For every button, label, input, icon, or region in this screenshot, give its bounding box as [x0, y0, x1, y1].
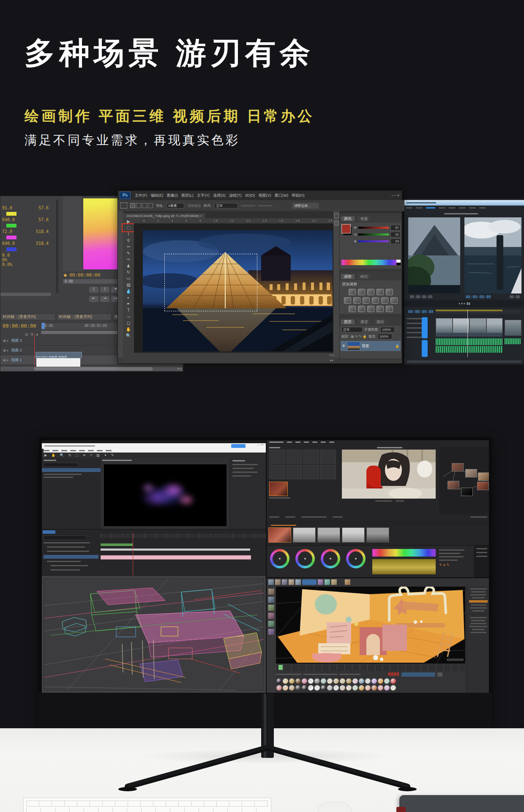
- layer-row-bar[interactable]: [50, 565, 88, 566]
- panel-collapse-strip[interactable]: [333, 211, 339, 358]
- menu-item-bar[interactable]: [106, 450, 112, 451]
- color-swatch[interactable]: [6, 224, 16, 228]
- subtract-selection-icon[interactable]: [142, 203, 147, 208]
- brightness-adjustment-icon[interactable]: [349, 289, 356, 295]
- material-sphere[interactable]: [340, 685, 345, 691]
- lock-icons[interactable]: ▦ ✛ ✎ 🔒: [351, 335, 367, 338]
- still-slot[interactable]: [320, 450, 336, 464]
- material-sphere[interactable]: [346, 685, 352, 691]
- tab-styles[interactable]: 样式: [357, 274, 371, 279]
- material-sphere[interactable]: [390, 678, 396, 684]
- canvas-scrollbar[interactable]: ▾ ◂: [134, 353, 336, 358]
- attribute-row-bar[interactable]: [470, 623, 486, 624]
- hue-curve-panel[interactable]: [372, 559, 436, 574]
- menu-item-bar[interactable]: [439, 207, 445, 208]
- material-sphere[interactable]: [390, 685, 396, 691]
- track-toggle-icon[interactable]: ◉ ▸: [3, 358, 8, 362]
- material-sphere[interactable]: [314, 678, 320, 684]
- material-sphere[interactable]: [308, 685, 314, 691]
- still-slot[interactable]: [269, 450, 285, 464]
- mode-icon[interactable]: [268, 629, 274, 635]
- project-tab-bar[interactable]: [44, 460, 56, 461]
- bw-adjustment-icon[interactable]: [363, 297, 370, 304]
- next-frame-button[interactable]: ⟩: [100, 287, 109, 293]
- hue-spectrum-bar[interactable]: [372, 549, 436, 557]
- ae-window-controls[interactable]: – ▫ ×: [257, 443, 263, 446]
- material-sphere[interactable]: [371, 685, 377, 691]
- material-sphere[interactable]: [333, 685, 339, 691]
- menu-item-bar[interactable]: [312, 442, 317, 443]
- material-sphere[interactable]: [283, 678, 288, 684]
- render-icon[interactable]: [325, 579, 330, 585]
- foreground-color-chip[interactable]: [341, 224, 351, 233]
- blur-tool-icon[interactable]: 💧: [123, 288, 134, 294]
- still-slot[interactable]: [286, 465, 302, 479]
- layer-row-background[interactable]: 👁 背景 🔒: [341, 341, 401, 351]
- object-row-bar[interactable]: [470, 607, 487, 609]
- marquee-tool-icon[interactable]: [120, 203, 127, 208]
- track-toggle-icon[interactable]: ◉ ▸: [3, 348, 8, 352]
- mouse[interactable]: [318, 802, 352, 812]
- keyboard[interactable]: [23, 798, 271, 812]
- clip-thumbnail-selected[interactable]: [268, 527, 291, 543]
- object-row-bar[interactable]: [470, 594, 486, 595]
- menu-item[interactable]: 编辑(E): [149, 193, 165, 198]
- timeline-tab-active[interactable]: [43, 530, 55, 534]
- menu-item-bar[interactable]: [79, 450, 85, 451]
- menu-item-bar[interactable]: [70, 450, 76, 451]
- track-toggle-icon[interactable]: ◉ ▸: [3, 339, 8, 343]
- panel-dock-icon[interactable]: [334, 221, 339, 225]
- still-slot[interactable]: [320, 465, 336, 479]
- toolbar-icon-bar[interactable]: [285, 516, 295, 518]
- video-clip-2[interactable]: [505, 320, 521, 336]
- crop-tool-icon[interactable]: ✂: [123, 244, 134, 250]
- c4d-timeline-ruler[interactable]: [276, 664, 465, 670]
- tab-swatches[interactable]: 色板: [357, 216, 371, 221]
- selection-mode-icons[interactable]: [130, 203, 153, 208]
- lasso-tool-icon[interactable]: ⌇: [123, 231, 134, 237]
- cube-primitive-icon[interactable]: [338, 579, 344, 585]
- object-row-bar[interactable]: [471, 604, 486, 606]
- ae-titlebar[interactable]: – ▫ ×: [42, 443, 266, 449]
- premiere-titlebar[interactable]: [404, 200, 524, 206]
- zoom-tool-icon[interactable]: 🔍: [123, 332, 134, 339]
- clip-thumbnail[interactable]: [342, 527, 365, 543]
- layer-row-bar[interactable]: [47, 546, 85, 548]
- object-row-bar[interactable]: [470, 588, 487, 590]
- menu-item-bar[interactable]: [449, 207, 456, 208]
- gray-layer-bar[interactable]: [101, 549, 250, 551]
- material-sphere[interactable]: [283, 685, 288, 691]
- blend-mode-dropdown[interactable]: 正常: [341, 327, 363, 332]
- material-sphere[interactable]: [302, 678, 307, 684]
- tab-adjustments[interactable]: 调整: [341, 274, 355, 279]
- material-sphere[interactable]: [384, 678, 390, 684]
- menu-item[interactable]: 窗口(W): [273, 193, 290, 198]
- threshold-adjustment-icon[interactable]: [367, 306, 374, 312]
- material-sphere[interactable]: [289, 678, 295, 684]
- property-row[interactable]: 640.0 57.6: [2, 217, 49, 222]
- mode-icon[interactable]: [268, 597, 274, 603]
- window-controls[interactable]: – ▫ ×: [392, 193, 399, 198]
- material-sphere[interactable]: [289, 685, 295, 691]
- mode-icon[interactable]: [268, 621, 274, 627]
- color-spectrum-ramp[interactable]: [341, 260, 396, 265]
- active-tab-bar[interactable]: [426, 207, 435, 208]
- dodge-tool-icon[interactable]: ◐: [123, 294, 134, 301]
- menu-item-bar[interactable]: [321, 442, 326, 443]
- material-sphere[interactable]: [327, 685, 333, 691]
- move-icon[interactable]: [289, 579, 294, 585]
- layer-row-selected[interactable]: [44, 555, 98, 559]
- timeline-playhead-line[interactable]: [34, 335, 35, 368]
- clip-thumbnail[interactable]: [317, 527, 340, 543]
- timeline-scrollbar[interactable]: ▾ ◂: [0, 367, 182, 371]
- menu-item-bar[interactable]: [61, 450, 67, 451]
- audio-clip-waveform[interactable]: [436, 346, 502, 353]
- object-row-bar[interactable]: [472, 610, 484, 612]
- feather-input[interactable]: 0像素: [166, 203, 184, 208]
- selected-still-thumbnail[interactable]: [269, 482, 288, 496]
- ae-playhead[interactable]: [133, 533, 133, 575]
- gamma-wheel[interactable]: [295, 549, 315, 568]
- menu-item-bar[interactable]: [97, 450, 103, 451]
- menu-item-bar[interactable]: [416, 207, 423, 208]
- toolbar-icon-bar[interactable]: [301, 516, 327, 518]
